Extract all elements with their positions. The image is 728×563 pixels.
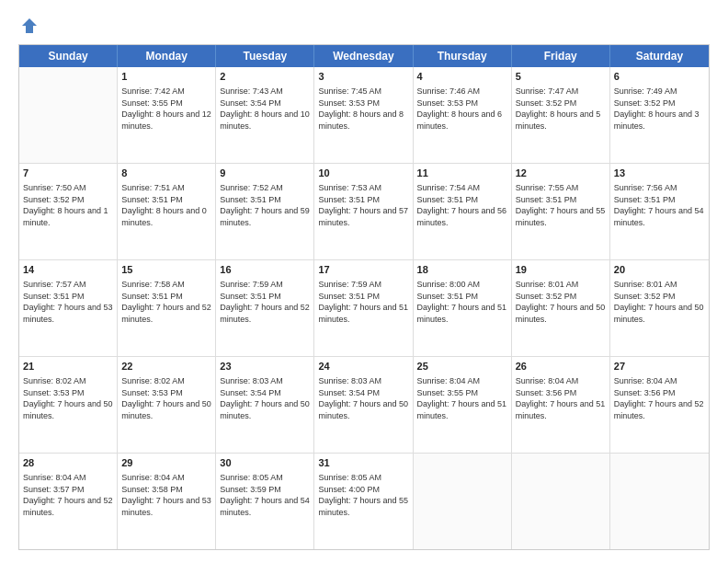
- day-number: 3: [318, 70, 408, 84]
- day-number: 24: [318, 360, 408, 373]
- calendar-week: 21Sunrise: 8:02 AM Sunset: 3:53 PM Dayli…: [19, 357, 709, 454]
- calendar-cell: 31Sunrise: 8:05 AM Sunset: 4:00 PM Dayli…: [314, 454, 413, 549]
- day-number: 19: [516, 263, 606, 277]
- day-number: 25: [417, 360, 507, 373]
- calendar-week: 28Sunrise: 8:04 AM Sunset: 3:57 PM Dayli…: [19, 454, 709, 549]
- calendar-body: 1Sunrise: 7:42 AM Sunset: 3:55 PM Daylig…: [19, 67, 709, 549]
- day-number: 18: [417, 263, 507, 277]
- day-number: 5: [516, 70, 606, 84]
- cell-info: Sunrise: 7:49 AM Sunset: 3:52 PM Dayligh…: [614, 86, 700, 131]
- cell-info: Sunrise: 8:05 AM Sunset: 4:00 PM Dayligh…: [318, 473, 408, 517]
- day-number: 10: [318, 167, 408, 180]
- cell-info: Sunrise: 8:03 AM Sunset: 3:54 PM Dayligh…: [220, 376, 310, 420]
- calendar-cell: 2Sunrise: 7:43 AM Sunset: 3:54 PM Daylig…: [216, 67, 314, 163]
- day-number: 11: [417, 167, 507, 180]
- page: SundayMondayTuesdayWednesdayThursdayFrid…: [0, 0, 728, 563]
- day-number: 6: [614, 70, 705, 84]
- calendar-cell: 25Sunrise: 8:04 AM Sunset: 3:55 PM Dayli…: [414, 357, 512, 453]
- calendar-cell: 11Sunrise: 7:54 AM Sunset: 3:51 PM Dayli…: [414, 164, 512, 259]
- cell-info: Sunrise: 7:43 AM Sunset: 3:54 PM Dayligh…: [220, 86, 310, 131]
- day-number: 16: [220, 263, 310, 277]
- day-number: 15: [121, 263, 211, 277]
- calendar-header-cell: Thursday: [414, 45, 512, 67]
- calendar-cell: 17Sunrise: 7:59 AM Sunset: 3:51 PM Dayli…: [314, 260, 413, 356]
- logo: [18, 17, 39, 35]
- cell-info: Sunrise: 8:04 AM Sunset: 3:56 PM Dayligh…: [614, 376, 704, 420]
- day-number: 1: [121, 70, 211, 84]
- calendar-header-cell: Sunday: [19, 45, 118, 67]
- calendar-cell: [512, 454, 610, 549]
- day-number: 4: [417, 70, 507, 84]
- cell-info: Sunrise: 7:52 AM Sunset: 3:51 PM Dayligh…: [220, 183, 310, 227]
- calendar-header-cell: Wednesday: [314, 45, 413, 67]
- day-number: 22: [121, 360, 211, 373]
- cell-info: Sunrise: 8:04 AM Sunset: 3:58 PM Dayligh…: [121, 473, 211, 517]
- calendar-cell: 12Sunrise: 7:55 AM Sunset: 3:51 PM Dayli…: [512, 164, 610, 259]
- cell-info: Sunrise: 7:47 AM Sunset: 3:52 PM Dayligh…: [516, 86, 601, 131]
- calendar-cell: 24Sunrise: 8:03 AM Sunset: 3:54 PM Dayli…: [314, 357, 413, 453]
- calendar-cell: [610, 454, 709, 549]
- calendar-cell: 23Sunrise: 8:03 AM Sunset: 3:54 PM Dayli…: [216, 357, 314, 453]
- calendar-cell: 7Sunrise: 7:50 AM Sunset: 3:52 PM Daylig…: [19, 164, 118, 259]
- cell-info: Sunrise: 7:51 AM Sunset: 3:51 PM Dayligh…: [121, 183, 207, 227]
- calendar-cell: 21Sunrise: 8:02 AM Sunset: 3:53 PM Dayli…: [19, 357, 118, 453]
- calendar-header-cell: Saturday: [610, 45, 709, 67]
- calendar-cell: [414, 454, 512, 549]
- day-number: 7: [23, 167, 113, 180]
- calendar-cell: 8Sunrise: 7:51 AM Sunset: 3:51 PM Daylig…: [118, 164, 216, 259]
- calendar-cell: 19Sunrise: 8:01 AM Sunset: 3:52 PM Dayli…: [512, 260, 610, 356]
- calendar-header-cell: Tuesday: [216, 45, 314, 67]
- day-number: 2: [220, 70, 310, 84]
- cell-info: Sunrise: 7:55 AM Sunset: 3:51 PM Dayligh…: [516, 183, 606, 227]
- calendar-cell: 28Sunrise: 8:04 AM Sunset: 3:57 PM Dayli…: [19, 454, 118, 549]
- calendar: SundayMondayTuesdayWednesdayThursdayFrid…: [18, 44, 710, 550]
- logo-icon: [20, 17, 39, 35]
- cell-info: Sunrise: 8:04 AM Sunset: 3:56 PM Dayligh…: [516, 376, 606, 420]
- calendar-cell: 13Sunrise: 7:56 AM Sunset: 3:51 PM Dayli…: [610, 164, 709, 259]
- calendar-cell: 20Sunrise: 8:01 AM Sunset: 3:52 PM Dayli…: [610, 260, 709, 356]
- cell-info: Sunrise: 8:02 AM Sunset: 3:53 PM Dayligh…: [121, 376, 211, 420]
- calendar-week: 14Sunrise: 7:57 AM Sunset: 3:51 PM Dayli…: [19, 260, 709, 357]
- calendar-cell: 6Sunrise: 7:49 AM Sunset: 3:52 PM Daylig…: [610, 67, 709, 163]
- calendar-cell: 30Sunrise: 8:05 AM Sunset: 3:59 PM Dayli…: [216, 454, 314, 549]
- cell-info: Sunrise: 7:42 AM Sunset: 3:55 PM Dayligh…: [121, 86, 211, 131]
- calendar-cell: 29Sunrise: 8:04 AM Sunset: 3:58 PM Dayli…: [118, 454, 216, 549]
- calendar-week: 1Sunrise: 7:42 AM Sunset: 3:55 PM Daylig…: [19, 67, 709, 164]
- calendar-cell: 5Sunrise: 7:47 AM Sunset: 3:52 PM Daylig…: [512, 67, 610, 163]
- day-number: 8: [121, 167, 211, 180]
- calendar-header: SundayMondayTuesdayWednesdayThursdayFrid…: [19, 45, 709, 67]
- day-number: 21: [23, 360, 113, 373]
- cell-info: Sunrise: 8:05 AM Sunset: 3:59 PM Dayligh…: [220, 473, 310, 517]
- day-number: 28: [23, 456, 113, 470]
- cell-info: Sunrise: 8:01 AM Sunset: 3:52 PM Dayligh…: [516, 280, 606, 324]
- day-number: 9: [220, 167, 310, 180]
- calendar-header-cell: Friday: [512, 45, 610, 67]
- cell-info: Sunrise: 8:03 AM Sunset: 3:54 PM Dayligh…: [318, 376, 408, 420]
- calendar-cell: 3Sunrise: 7:45 AM Sunset: 3:53 PM Daylig…: [314, 67, 413, 163]
- day-number: 14: [23, 263, 113, 277]
- cell-info: Sunrise: 7:59 AM Sunset: 3:51 PM Dayligh…: [220, 280, 310, 324]
- calendar-cell: 4Sunrise: 7:46 AM Sunset: 3:53 PM Daylig…: [414, 67, 512, 163]
- day-number: 26: [516, 360, 606, 373]
- cell-info: Sunrise: 7:59 AM Sunset: 3:51 PM Dayligh…: [318, 280, 408, 324]
- day-number: 23: [220, 360, 310, 373]
- cell-info: Sunrise: 8:04 AM Sunset: 3:55 PM Dayligh…: [417, 376, 507, 420]
- cell-info: Sunrise: 8:01 AM Sunset: 3:52 PM Dayligh…: [614, 280, 704, 324]
- calendar-cell: 27Sunrise: 8:04 AM Sunset: 3:56 PM Dayli…: [610, 357, 709, 453]
- cell-info: Sunrise: 8:00 AM Sunset: 3:51 PM Dayligh…: [417, 280, 507, 324]
- cell-info: Sunrise: 7:53 AM Sunset: 3:51 PM Dayligh…: [318, 183, 408, 227]
- calendar-cell: [19, 67, 118, 163]
- calendar-cell: 18Sunrise: 8:00 AM Sunset: 3:51 PM Dayli…: [414, 260, 512, 356]
- cell-info: Sunrise: 7:54 AM Sunset: 3:51 PM Dayligh…: [417, 183, 507, 227]
- day-number: 17: [318, 263, 408, 277]
- day-number: 27: [614, 360, 705, 373]
- calendar-cell: 10Sunrise: 7:53 AM Sunset: 3:51 PM Dayli…: [314, 164, 413, 259]
- calendar-cell: 9Sunrise: 7:52 AM Sunset: 3:51 PM Daylig…: [216, 164, 314, 259]
- cell-info: Sunrise: 7:45 AM Sunset: 3:53 PM Dayligh…: [318, 86, 404, 131]
- day-number: 12: [516, 167, 606, 180]
- svg-marker-0: [22, 18, 37, 33]
- header: [18, 17, 710, 35]
- calendar-cell: 22Sunrise: 8:02 AM Sunset: 3:53 PM Dayli…: [118, 357, 216, 453]
- cell-info: Sunrise: 7:50 AM Sunset: 3:52 PM Dayligh…: [23, 183, 108, 227]
- cell-info: Sunrise: 7:57 AM Sunset: 3:51 PM Dayligh…: [23, 280, 113, 324]
